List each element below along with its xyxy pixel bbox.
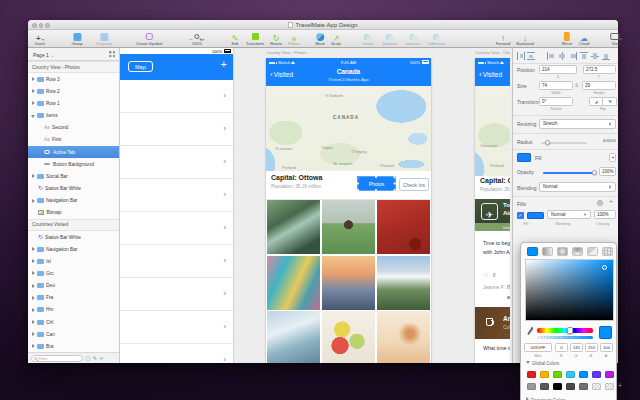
distribute-horizontal-icon[interactable] [517,52,525,60]
list-row[interactable]: › [120,311,233,344]
solid-fill-tab[interactable] [527,247,538,256]
opacity-slider-knob[interactable] [592,170,597,175]
disclosure-triangle-icon[interactable] [32,271,35,275]
page-selector[interactable]: Page 1 ⌄ [33,52,54,58]
add-button[interactable]: + [221,58,227,70]
width-field[interactable]: 74 [539,81,573,90]
distribute-vertical-icon[interactable] [527,52,535,60]
layer-row[interactable]: Button Background [28,158,119,170]
layer-row[interactable]: Bitmap [28,207,119,219]
layer-row[interactable]: Can [28,328,119,340]
layer-row[interactable]: AaFirst [28,134,119,146]
disclosure-triangle-icon[interactable] [32,332,35,336]
pattern-fill-tab[interactable] [587,247,598,256]
toolbar-button-ungroup[interactable]: Ungroup [96,31,111,46]
disclosure-triangle-icon[interactable] [32,308,35,312]
photo-tile-barn-in-field[interactable] [322,200,375,254]
trash-icon[interactable]: ▢ [86,355,91,361]
color-swatch[interactable] [579,371,588,378]
photo-tile-street-mural[interactable] [267,256,320,310]
list-row[interactable]: › [120,179,233,212]
layer-row[interactable]: AaSecond [28,122,119,134]
list-row[interactable]: › [120,146,233,179]
layer-row[interactable]: Social Bar [28,170,119,182]
layer-row[interactable]: ↻Status Bar White [28,182,119,194]
toolbar-button-subtract[interactable]: Subtract [383,31,398,46]
photo-tile-person-warm-light[interactable] [377,311,430,363]
align-center-horizontal-icon[interactable] [558,52,566,60]
color-swatch[interactable] [579,383,588,390]
artboard-title-checkins[interactable]: Country View - Check Ins [475,50,510,55]
add-fill-button[interactable]: + [609,198,613,205]
toolbar-button-mirror[interactable]: Mirror [562,31,572,46]
color-swatch[interactable] [527,371,536,378]
checkin-pin[interactable] [505,148,507,150]
disclosure-triangle-icon[interactable] [32,174,35,178]
add-color-button[interactable]: + [618,382,622,389]
color-swatch[interactable] [605,371,614,378]
toolbar-button-zoom[interactable]: − +100% [189,31,204,46]
list-row[interactable]: › [120,278,233,311]
list-row[interactable]: › [120,80,233,113]
layer-row[interactable]: Fra [28,292,119,304]
photo-tile-macarons[interactable] [322,311,375,363]
color-swatch[interactable] [540,383,549,390]
opacity-slider[interactable] [543,172,595,174]
radius-slider[interactable] [541,142,587,144]
disclosure-triangle-icon[interactable] [32,199,35,203]
position-x-field[interactable]: 214 [539,65,577,74]
position-y-field[interactable]: 272.5 [583,65,616,74]
photo-tile-snowy-peak-lake[interactable] [267,311,320,363]
toolbar-button-scale[interactable]: ↗Scale [331,31,341,46]
align-right-icon[interactable] [569,52,577,60]
color-swatch[interactable] [566,371,575,378]
align-top-icon[interactable] [580,52,588,60]
layer-row[interactable]: Bra [28,340,119,352]
layer-row[interactable]: Navigation Bar [28,243,119,255]
blue-field[interactable]: 255 [585,343,598,352]
photo-tile-waterfall-cliffs[interactable] [267,200,320,254]
noise-fill-tab[interactable] [602,247,613,256]
color-swatch-transparent[interactable] [592,383,601,390]
align-middle-vertical-icon[interactable] [591,52,599,60]
blending-select[interactable]: Normal [539,182,616,192]
photo-tile-red-wall-bicycle[interactable] [377,200,430,254]
disclosure-triangle-icon[interactable] [32,320,35,324]
layer-row[interactable]: Hrv [28,304,119,316]
hue-slider[interactable] [537,328,593,333]
grid-view-icon[interactable] [109,51,115,57]
toolbar-button-backward[interactable]: ↓Backward [516,31,534,46]
layer-row[interactable]: Row 2 [28,85,119,97]
color-swatch[interactable] [553,371,562,378]
flip-horizontal-button[interactable]: ◢ [589,97,603,106]
artboard-title-photos[interactable]: Country View - Photos [266,50,306,55]
saturation-brightness-picker[interactable] [525,259,614,321]
color-swatch[interactable] [566,383,575,390]
toolbar-button-edit[interactable]: ✎Edit [232,31,239,46]
rotate-field[interactable]: 0° [539,97,573,106]
like-icon[interactable]: ♡ [483,272,488,278]
color-cursor[interactable] [602,265,607,270]
opacity-value-field[interactable]: 100% [599,167,616,176]
selection-handles[interactable] [357,176,360,179]
color-swatch[interactable] [540,371,549,378]
disclosure-triangle-icon[interactable] [32,247,35,251]
radius-slider-knob[interactable] [545,140,550,145]
disclosure-triangle-icon[interactable] [32,77,35,81]
color-swatch[interactable] [592,371,601,378]
layer-row[interactable]: Row 3 [28,73,119,85]
disclosure-triangle-icon[interactable] [32,296,35,300]
fill-blend-select[interactable]: Normal [547,210,591,219]
toolbar-button-create-symbol[interactable]: Create Symbol [136,31,162,46]
fill-opacity-field[interactable]: 100% [594,210,616,219]
gear-icon[interactable] [597,200,603,206]
link-icon[interactable]: ∞ [99,355,103,361]
checkins-tab-button[interactable]: Check Ins [399,178,429,191]
layer-row[interactable]: Grc [28,267,119,279]
color-swatch-transparent[interactable] [605,383,614,390]
filter-input[interactable]: Filter [31,355,83,362]
height-field[interactable]: 29 [582,81,616,90]
fill-color-swatch[interactable] [517,153,531,162]
radial-gradient-fill-tab[interactable] [557,247,568,256]
flip-vertical-button[interactable]: ◥ [603,97,617,106]
